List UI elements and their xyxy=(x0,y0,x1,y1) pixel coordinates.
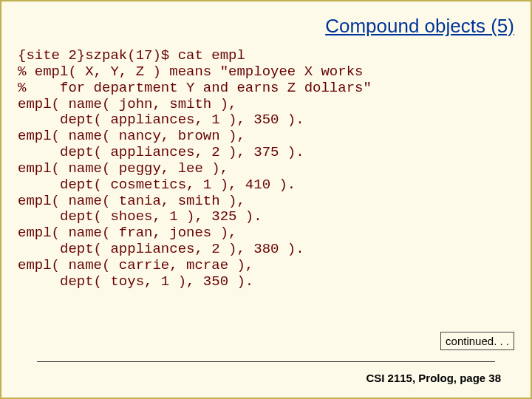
footer-text: CSI 2115, Prolog, page 38 xyxy=(366,372,501,384)
code-block: {site 2}szpak(17)$ cat empl % empl( X, Y… xyxy=(18,48,514,290)
continued-box: continued. . . xyxy=(440,332,514,350)
divider xyxy=(37,361,495,362)
slide: Compound objects (5) {site 2}szpak(17)$ … xyxy=(0,0,532,399)
slide-title: Compound objects (5) xyxy=(18,15,514,38)
